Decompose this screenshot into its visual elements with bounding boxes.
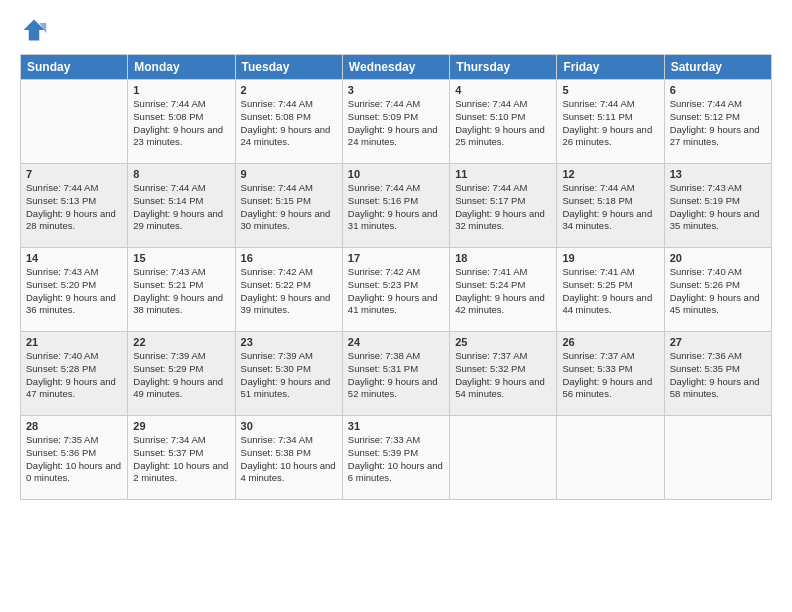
header (20, 16, 772, 44)
calendar-cell: 5Sunrise: 7:44 AMSunset: 5:11 PMDaylight… (557, 80, 664, 164)
day-header-friday: Friday (557, 55, 664, 80)
day-info: Sunrise: 7:39 AMSunset: 5:29 PMDaylight:… (133, 350, 229, 401)
day-info: Sunrise: 7:44 AMSunset: 5:14 PMDaylight:… (133, 182, 229, 233)
calendar-cell: 27Sunrise: 7:36 AMSunset: 5:35 PMDayligh… (664, 332, 771, 416)
day-number: 25 (455, 336, 551, 348)
calendar-cell (450, 416, 557, 500)
day-header-tuesday: Tuesday (235, 55, 342, 80)
calendar-cell: 24Sunrise: 7:38 AMSunset: 5:31 PMDayligh… (342, 332, 449, 416)
day-info: Sunrise: 7:41 AMSunset: 5:25 PMDaylight:… (562, 266, 658, 317)
day-info: Sunrise: 7:33 AMSunset: 5:39 PMDaylight:… (348, 434, 444, 485)
day-info: Sunrise: 7:44 AMSunset: 5:10 PMDaylight:… (455, 98, 551, 149)
day-info: Sunrise: 7:44 AMSunset: 5:13 PMDaylight:… (26, 182, 122, 233)
week-row-5: 28Sunrise: 7:35 AMSunset: 5:36 PMDayligh… (21, 416, 772, 500)
day-number: 4 (455, 84, 551, 96)
day-info: Sunrise: 7:42 AMSunset: 5:22 PMDaylight:… (241, 266, 337, 317)
day-header-sunday: Sunday (21, 55, 128, 80)
day-number: 15 (133, 252, 229, 264)
calendar-cell: 18Sunrise: 7:41 AMSunset: 5:24 PMDayligh… (450, 248, 557, 332)
calendar-cell: 4Sunrise: 7:44 AMSunset: 5:10 PMDaylight… (450, 80, 557, 164)
calendar-cell: 23Sunrise: 7:39 AMSunset: 5:30 PMDayligh… (235, 332, 342, 416)
calendar-cell: 28Sunrise: 7:35 AMSunset: 5:36 PMDayligh… (21, 416, 128, 500)
day-number: 29 (133, 420, 229, 432)
day-info: Sunrise: 7:35 AMSunset: 5:36 PMDaylight:… (26, 434, 122, 485)
calendar-cell: 30Sunrise: 7:34 AMSunset: 5:38 PMDayligh… (235, 416, 342, 500)
day-number: 9 (241, 168, 337, 180)
day-info: Sunrise: 7:38 AMSunset: 5:31 PMDaylight:… (348, 350, 444, 401)
calendar-cell: 1Sunrise: 7:44 AMSunset: 5:08 PMDaylight… (128, 80, 235, 164)
day-info: Sunrise: 7:34 AMSunset: 5:38 PMDaylight:… (241, 434, 337, 485)
day-number: 6 (670, 84, 766, 96)
calendar-cell: 6Sunrise: 7:44 AMSunset: 5:12 PMDaylight… (664, 80, 771, 164)
day-info: Sunrise: 7:43 AMSunset: 5:19 PMDaylight:… (670, 182, 766, 233)
calendar-cell: 13Sunrise: 7:43 AMSunset: 5:19 PMDayligh… (664, 164, 771, 248)
day-number: 11 (455, 168, 551, 180)
day-info: Sunrise: 7:44 AMSunset: 5:09 PMDaylight:… (348, 98, 444, 149)
calendar-cell: 22Sunrise: 7:39 AMSunset: 5:29 PMDayligh… (128, 332, 235, 416)
day-number: 2 (241, 84, 337, 96)
calendar-table: SundayMondayTuesdayWednesdayThursdayFrid… (20, 54, 772, 500)
day-header-wednesday: Wednesday (342, 55, 449, 80)
day-header-monday: Monday (128, 55, 235, 80)
day-info: Sunrise: 7:44 AMSunset: 5:15 PMDaylight:… (241, 182, 337, 233)
day-info: Sunrise: 7:43 AMSunset: 5:20 PMDaylight:… (26, 266, 122, 317)
day-info: Sunrise: 7:44 AMSunset: 5:11 PMDaylight:… (562, 98, 658, 149)
day-number: 14 (26, 252, 122, 264)
day-number: 17 (348, 252, 444, 264)
calendar-cell: 25Sunrise: 7:37 AMSunset: 5:32 PMDayligh… (450, 332, 557, 416)
day-info: Sunrise: 7:37 AMSunset: 5:33 PMDaylight:… (562, 350, 658, 401)
day-number: 20 (670, 252, 766, 264)
day-number: 21 (26, 336, 122, 348)
logo-icon (20, 16, 48, 44)
calendar-cell: 2Sunrise: 7:44 AMSunset: 5:08 PMDaylight… (235, 80, 342, 164)
day-number: 16 (241, 252, 337, 264)
day-info: Sunrise: 7:36 AMSunset: 5:35 PMDaylight:… (670, 350, 766, 401)
calendar-cell: 3Sunrise: 7:44 AMSunset: 5:09 PMDaylight… (342, 80, 449, 164)
day-number: 1 (133, 84, 229, 96)
calendar-cell: 26Sunrise: 7:37 AMSunset: 5:33 PMDayligh… (557, 332, 664, 416)
day-info: Sunrise: 7:40 AMSunset: 5:28 PMDaylight:… (26, 350, 122, 401)
calendar-cell: 7Sunrise: 7:44 AMSunset: 5:13 PMDaylight… (21, 164, 128, 248)
calendar-cell (664, 416, 771, 500)
day-number: 24 (348, 336, 444, 348)
calendar-cell: 20Sunrise: 7:40 AMSunset: 5:26 PMDayligh… (664, 248, 771, 332)
days-header-row: SundayMondayTuesdayWednesdayThursdayFrid… (21, 55, 772, 80)
svg-marker-0 (24, 20, 45, 41)
calendar-cell: 9Sunrise: 7:44 AMSunset: 5:15 PMDaylight… (235, 164, 342, 248)
calendar-cell: 11Sunrise: 7:44 AMSunset: 5:17 PMDayligh… (450, 164, 557, 248)
day-info: Sunrise: 7:40 AMSunset: 5:26 PMDaylight:… (670, 266, 766, 317)
day-number: 3 (348, 84, 444, 96)
day-number: 5 (562, 84, 658, 96)
calendar-cell: 14Sunrise: 7:43 AMSunset: 5:20 PMDayligh… (21, 248, 128, 332)
logo (20, 16, 52, 44)
day-number: 22 (133, 336, 229, 348)
calendar-cell: 8Sunrise: 7:44 AMSunset: 5:14 PMDaylight… (128, 164, 235, 248)
day-number: 26 (562, 336, 658, 348)
day-info: Sunrise: 7:44 AMSunset: 5:08 PMDaylight:… (133, 98, 229, 149)
day-header-thursday: Thursday (450, 55, 557, 80)
day-number: 7 (26, 168, 122, 180)
day-info: Sunrise: 7:34 AMSunset: 5:37 PMDaylight:… (133, 434, 229, 485)
day-number: 28 (26, 420, 122, 432)
day-info: Sunrise: 7:37 AMSunset: 5:32 PMDaylight:… (455, 350, 551, 401)
calendar-cell: 12Sunrise: 7:44 AMSunset: 5:18 PMDayligh… (557, 164, 664, 248)
day-info: Sunrise: 7:44 AMSunset: 5:08 PMDaylight:… (241, 98, 337, 149)
day-info: Sunrise: 7:42 AMSunset: 5:23 PMDaylight:… (348, 266, 444, 317)
day-number: 8 (133, 168, 229, 180)
day-number: 31 (348, 420, 444, 432)
calendar-cell (557, 416, 664, 500)
day-info: Sunrise: 7:44 AMSunset: 5:12 PMDaylight:… (670, 98, 766, 149)
calendar-page: SundayMondayTuesdayWednesdayThursdayFrid… (0, 0, 792, 612)
day-number: 12 (562, 168, 658, 180)
calendar-cell: 15Sunrise: 7:43 AMSunset: 5:21 PMDayligh… (128, 248, 235, 332)
week-row-3: 14Sunrise: 7:43 AMSunset: 5:20 PMDayligh… (21, 248, 772, 332)
calendar-cell: 17Sunrise: 7:42 AMSunset: 5:23 PMDayligh… (342, 248, 449, 332)
day-info: Sunrise: 7:44 AMSunset: 5:17 PMDaylight:… (455, 182, 551, 233)
day-info: Sunrise: 7:39 AMSunset: 5:30 PMDaylight:… (241, 350, 337, 401)
calendar-cell: 29Sunrise: 7:34 AMSunset: 5:37 PMDayligh… (128, 416, 235, 500)
calendar-cell: 21Sunrise: 7:40 AMSunset: 5:28 PMDayligh… (21, 332, 128, 416)
day-number: 13 (670, 168, 766, 180)
day-info: Sunrise: 7:41 AMSunset: 5:24 PMDaylight:… (455, 266, 551, 317)
week-row-1: 1Sunrise: 7:44 AMSunset: 5:08 PMDaylight… (21, 80, 772, 164)
day-number: 27 (670, 336, 766, 348)
